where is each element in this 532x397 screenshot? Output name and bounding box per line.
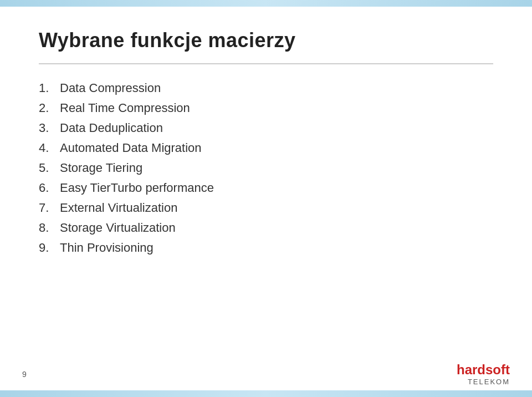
- feature-list: 1.Data Compression2.Real Time Compressio…: [39, 81, 493, 255]
- list-item-number: 8.: [39, 221, 60, 235]
- top-accent-bar: [0, 0, 532, 7]
- list-item-number: 5.: [39, 161, 60, 175]
- list-item: 5.Storage Tiering: [39, 161, 493, 175]
- list-item: 9.Thin Provisioning: [39, 241, 493, 255]
- list-item-text: Storage Virtualization: [60, 221, 176, 235]
- list-item: 6.Easy TierTurbo performance: [39, 181, 493, 195]
- logo-sub: TELEKOM: [468, 378, 510, 386]
- logo-area: hardsoft TELEKOM: [457, 362, 510, 386]
- list-item: 3.Data Deduplication: [39, 121, 493, 135]
- page-number: 9: [22, 370, 27, 379]
- slide-footer: 9 hardsoft TELEKOM: [0, 362, 532, 386]
- list-item-text: Automated Data Migration: [60, 141, 202, 155]
- list-item-number: 2.: [39, 101, 60, 115]
- list-item-text: Data Compression: [60, 81, 161, 95]
- list-item-number: 9.: [39, 241, 60, 255]
- list-item-text: Data Deduplication: [60, 121, 163, 135]
- list-item-number: 3.: [39, 121, 60, 135]
- list-item-number: 7.: [39, 201, 60, 215]
- slide-title: Wybrane funkcje macierzy: [39, 29, 493, 52]
- list-item: 8.Storage Virtualization: [39, 221, 493, 235]
- divider: [39, 63, 493, 64]
- list-item-number: 6.: [39, 181, 60, 195]
- slide-content: Wybrane funkcje macierzy 1.Data Compress…: [0, 7, 532, 390]
- list-item: 7.External Virtualization: [39, 201, 493, 215]
- list-item-text: External Virtualization: [60, 201, 177, 215]
- list-item-number: 1.: [39, 81, 60, 95]
- list-item: 2.Real Time Compression: [39, 101, 493, 115]
- list-item-number: 4.: [39, 141, 60, 155]
- list-item: 4.Automated Data Migration: [39, 141, 493, 155]
- list-item-text: Real Time Compression: [60, 101, 190, 115]
- list-item-text: Thin Provisioning: [60, 241, 154, 255]
- list-item: 1.Data Compression: [39, 81, 493, 95]
- logo-brand: hardsoft: [457, 362, 510, 378]
- bottom-accent-bar: [0, 390, 532, 397]
- list-item-text: Easy TierTurbo performance: [60, 181, 214, 195]
- list-item-text: Storage Tiering: [60, 161, 142, 175]
